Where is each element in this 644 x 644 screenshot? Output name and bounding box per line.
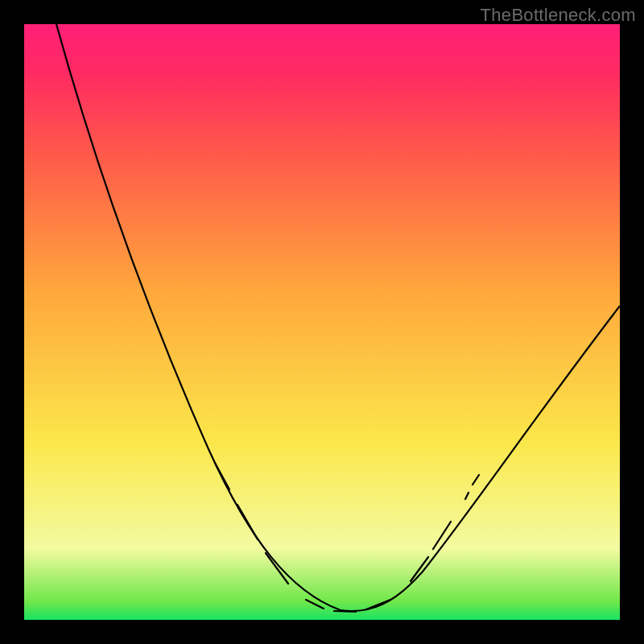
pink-dash-group (215, 463, 479, 612)
pink-dash-6 (366, 600, 390, 609)
curve-left (56, 24, 341, 610)
plot-area (24, 24, 620, 620)
pink-dash-2 (237, 505, 258, 539)
pink-dash-5 (334, 611, 356, 612)
curve-right (341, 306, 620, 611)
curve-layer (24, 24, 620, 620)
pink-dash-8 (433, 522, 451, 549)
pink-dash-3 (266, 553, 288, 584)
pink-dash-1 (215, 463, 229, 489)
chart-frame: TheBottleneck.com (0, 0, 644, 644)
pink-dash-9 (465, 493, 469, 499)
pink-dash-10 (473, 475, 479, 485)
watermark-text: TheBottleneck.com (481, 5, 636, 26)
